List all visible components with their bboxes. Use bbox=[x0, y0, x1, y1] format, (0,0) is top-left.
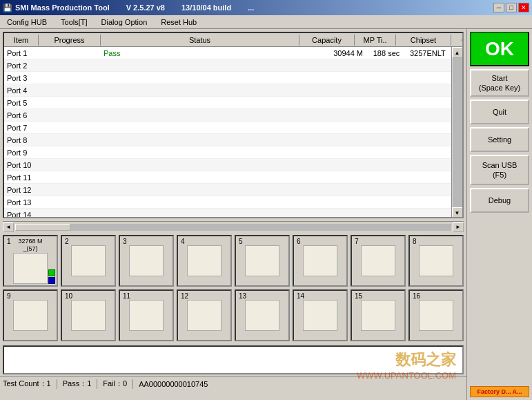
setting-button[interactable]: Setting bbox=[470, 127, 529, 152]
col-header-capacity: Capacity bbox=[299, 35, 355, 46]
td-capacity bbox=[311, 152, 366, 153]
h-scroll-left-arrow[interactable]: ◄ bbox=[3, 222, 14, 232]
td-mptime bbox=[366, 177, 407, 178]
td-mptime bbox=[366, 214, 407, 216]
td-progress bbox=[39, 140, 101, 141]
td-status bbox=[101, 65, 311, 66]
scroll-track[interactable] bbox=[453, 58, 462, 207]
port-row-top: 1 32768 M_(57) 2 3 4 5 bbox=[3, 235, 464, 287]
status-sep-3 bbox=[132, 379, 133, 389]
port-inner bbox=[13, 300, 48, 331]
td-status bbox=[101, 102, 311, 104]
port-number: 15 bbox=[355, 292, 362, 300]
menu-config-hub[interactable]: Config HUB bbox=[3, 17, 51, 28]
td-item: Port 11 bbox=[4, 173, 39, 182]
td-capacity bbox=[311, 90, 366, 91]
status-bar: Test Count：1 Pass：1 Fail：0 AA00000000010… bbox=[0, 376, 466, 391]
td-capacity bbox=[311, 164, 366, 166]
title-bar: 💾 SMI Mass Production Tool V 2.5.27 v8 1… bbox=[0, 0, 532, 15]
td-item: Port 14 bbox=[4, 210, 39, 219]
quit-button[interactable]: Quit bbox=[470, 99, 529, 124]
table-row: Port 10 bbox=[4, 159, 462, 171]
col-header-mptime: MP Ti.. bbox=[355, 35, 396, 46]
scroll-down-arrow[interactable]: ▼ bbox=[452, 207, 463, 218]
td-mptime bbox=[366, 90, 407, 91]
td-capacity bbox=[311, 202, 366, 203]
app-title: SMI Mass Production Tool bbox=[15, 3, 110, 12]
port-cell-6: 6 bbox=[293, 235, 348, 287]
td-mptime: 188 sec bbox=[366, 48, 407, 58]
title-bar-buttons: ─ □ ✕ bbox=[493, 3, 529, 12]
td-capacity bbox=[311, 127, 366, 128]
menu-tools[interactable]: Tools[T] bbox=[57, 17, 92, 28]
h-scroll-thumb[interactable] bbox=[15, 224, 70, 231]
td-progress bbox=[39, 127, 101, 128]
td-progress bbox=[39, 214, 101, 216]
minimize-button[interactable]: ─ bbox=[493, 3, 504, 12]
title-bar-left: 💾 SMI Mass Production Tool V 2.5.27 v8 1… bbox=[3, 3, 254, 12]
table-row: Port 9 bbox=[4, 146, 462, 159]
port-cell-12: 12 bbox=[177, 289, 232, 341]
port-cell-14: 14 bbox=[293, 289, 348, 341]
h-scroll-track[interactable] bbox=[15, 224, 451, 231]
scroll-up-arrow[interactable]: ▲ bbox=[452, 47, 463, 58]
debug-button[interactable]: Debug bbox=[470, 188, 529, 213]
td-capacity bbox=[311, 140, 366, 141]
port-cell-2: 2 bbox=[61, 235, 116, 287]
left-area: Item Progress Status Capacity MP Ti.. Ch… bbox=[0, 29, 466, 400]
td-status bbox=[101, 214, 311, 216]
port-cell-3: 3 bbox=[119, 235, 174, 287]
menu-reset-hub[interactable]: Reset Hub bbox=[157, 17, 201, 28]
app-icon: 💾 bbox=[3, 3, 12, 12]
td-item: Port 5 bbox=[4, 98, 39, 108]
port-number: 12 bbox=[181, 292, 188, 300]
table-body: Port 1 Pass 30944 M 188 sec 3257ENLT Por… bbox=[4, 47, 462, 218]
port-number: 7 bbox=[355, 238, 359, 245]
port-inner bbox=[245, 245, 279, 276]
td-capacity bbox=[311, 102, 366, 104]
table-row: Port 4 bbox=[4, 84, 462, 97]
table-row: Port 2 bbox=[4, 59, 462, 72]
td-item: Port 4 bbox=[4, 86, 39, 95]
menu-dialog-option[interactable]: Dialog Option bbox=[97, 17, 152, 28]
td-item: Port 12 bbox=[4, 185, 39, 195]
ok-button[interactable]: OK bbox=[470, 32, 529, 66]
td-capacity bbox=[311, 214, 366, 216]
td-mptime bbox=[366, 127, 407, 128]
td-progress bbox=[39, 77, 101, 79]
col-header-chipset: Chipset bbox=[396, 35, 451, 46]
table-area: Item Progress Status Capacity MP Ti.. Ch… bbox=[3, 32, 464, 218]
port-inner bbox=[419, 245, 453, 276]
h-scrollbar: ◄ ► bbox=[3, 221, 464, 232]
start-button[interactable]: Start(Space Key) bbox=[470, 69, 529, 97]
close-button[interactable]: ✕ bbox=[518, 3, 529, 12]
port-inner bbox=[71, 300, 106, 331]
td-status: Pass bbox=[101, 48, 311, 58]
scan-usb-button[interactable]: Scan USB(F5) bbox=[470, 155, 529, 185]
td-status bbox=[101, 77, 311, 79]
port-cell-11: 11 bbox=[119, 289, 174, 341]
maximize-button[interactable]: □ bbox=[506, 3, 517, 12]
port-cell-7: 7 bbox=[351, 235, 406, 287]
table-row: Port 8 bbox=[4, 134, 462, 146]
right-panel: OK Start(Space Key) Quit Setting Scan US… bbox=[466, 29, 532, 400]
table-row: Port 7 bbox=[4, 122, 462, 134]
port-cell-10: 10 bbox=[61, 289, 116, 341]
h-scroll-right-arrow[interactable]: ► bbox=[453, 222, 464, 232]
port-cell-1: 1 32768 M_(57) bbox=[3, 235, 58, 287]
td-status bbox=[101, 115, 311, 116]
table-row: Port 5 bbox=[4, 97, 462, 109]
td-status bbox=[101, 202, 311, 203]
td-capacity bbox=[311, 115, 366, 116]
green-indicator bbox=[48, 269, 55, 276]
start-button-label: Start(Space Key) bbox=[479, 73, 521, 93]
port-number: 3 bbox=[123, 238, 127, 245]
main-content: Item Progress Status Capacity MP Ti.. Ch… bbox=[0, 29, 532, 400]
table-row: Port 11 bbox=[4, 171, 462, 184]
port-number: 16 bbox=[413, 292, 420, 300]
port-cell-4: 4 bbox=[177, 235, 232, 287]
col-header-status: Status bbox=[101, 35, 299, 46]
port-number: 4 bbox=[181, 238, 185, 245]
status-sep-1 bbox=[57, 379, 57, 389]
td-item: Port 9 bbox=[4, 148, 39, 158]
